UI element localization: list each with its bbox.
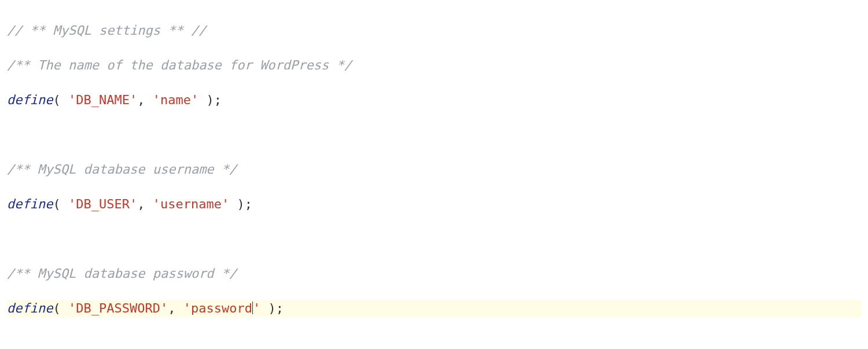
code-line[interactable]: /** MySQL database username */ — [7, 161, 861, 178]
blank-line[interactable] — [7, 230, 861, 248]
keyword-define: define — [7, 197, 53, 211]
punct: , — [137, 93, 153, 107]
punct: , — [137, 197, 153, 211]
code-editor[interactable]: // ** MySQL settings ** // /** The name … — [0, 0, 868, 349]
string-literal: 'DB_PASSWORD' — [68, 301, 168, 315]
comment-text: /** The name of the database for WordPre… — [7, 58, 352, 72]
punct: ); — [198, 93, 222, 107]
keyword-define: define — [7, 93, 53, 107]
string-literal: 'DB_USER' — [68, 197, 137, 211]
blank-line[interactable] — [7, 126, 861, 144]
string-literal: 'DB_NAME' — [68, 93, 137, 107]
string-literal: 'name' — [153, 93, 198, 107]
code-line[interactable]: /** MySQL database password */ — [7, 265, 861, 282]
comment-text: // ** MySQL settings ** // — [7, 23, 206, 38]
comment-text: /** MySQL database password */ — [7, 266, 237, 281]
code-line[interactable]: /** The name of the database for WordPre… — [7, 57, 861, 74]
active-code-line[interactable]: define( 'DB_PASSWORD', 'password' ); — [7, 300, 861, 317]
punct: ( — [53, 197, 68, 211]
punct: ); — [260, 301, 284, 315]
punct: ); — [229, 197, 252, 211]
code-line[interactable]: define( 'DB_NAME', 'name' ); — [7, 91, 861, 109]
string-literal: ' — [253, 301, 260, 315]
code-line[interactable]: define( 'DB_USER', 'username' ); — [7, 196, 861, 213]
punct: , — [168, 301, 183, 315]
punct: ( — [53, 93, 68, 107]
code-line[interactable]: // ** MySQL settings ** // — [7, 22, 861, 39]
blank-line[interactable] — [7, 335, 861, 349]
comment-text: /** MySQL database username */ — [7, 162, 237, 177]
string-literal: 'password — [183, 301, 252, 315]
keyword-define: define — [7, 301, 53, 315]
punct: ( — [53, 301, 68, 315]
string-literal: 'username' — [153, 197, 229, 211]
